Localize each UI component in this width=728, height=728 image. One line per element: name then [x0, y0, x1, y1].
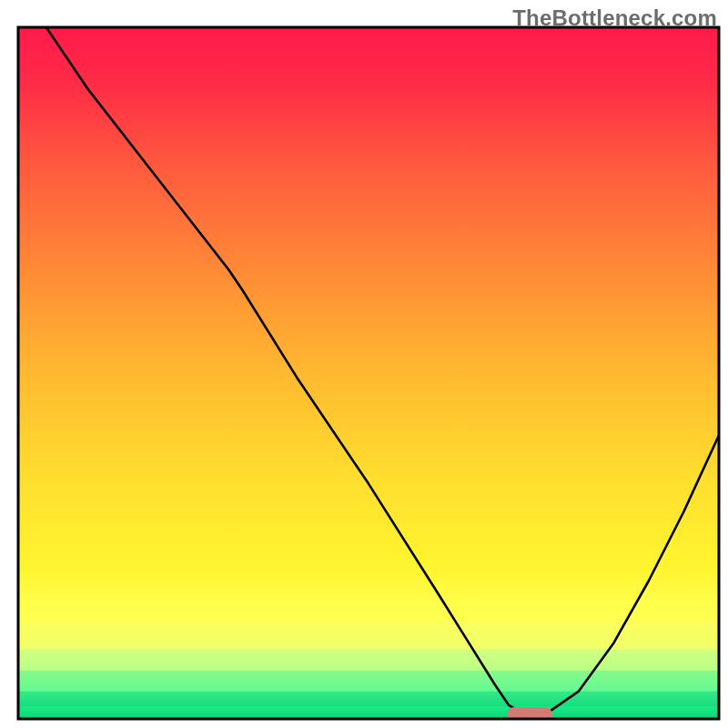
bottom-color-bands [18, 594, 719, 706]
chart-container: TheBottleneck.com [0, 0, 728, 728]
svg-rect-5 [18, 594, 719, 622]
svg-rect-1 [18, 692, 719, 707]
bottleneck-chart [0, 0, 728, 728]
svg-rect-2 [18, 671, 719, 692]
svg-rect-4 [18, 622, 719, 650]
svg-rect-3 [18, 650, 719, 671]
